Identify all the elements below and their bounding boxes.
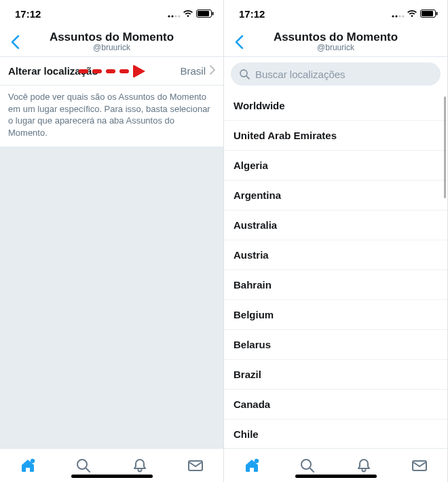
status-icons (168, 10, 214, 18)
home-icon (243, 457, 261, 475)
current-location-value: Brasil (180, 65, 206, 77)
svg-rect-6 (212, 12, 214, 16)
chevron-left-icon (234, 35, 244, 50)
battery-icon (420, 10, 438, 18)
battery-icon (196, 10, 214, 18)
help-text: Você pode ver quais são os Assuntos do M… (0, 86, 223, 147)
svg-rect-15 (422, 11, 433, 16)
location-item[interactable]: Worldwide (224, 91, 447, 121)
bell-icon (131, 457, 149, 475)
screen-change-location: 17:12 Assuntos do Momento @bruurick Alte… (0, 0, 224, 482)
signal-icon (392, 10, 404, 18)
search-icon (75, 457, 92, 475)
location-list[interactable]: WorldwideUnited Arab EmiratesAlgeriaArge… (224, 91, 447, 448)
search-icon (299, 457, 316, 475)
chevron-left-icon (10, 35, 20, 50)
scroll-indicator (444, 96, 446, 198)
location-item[interactable]: United Arab Emirates (224, 121, 447, 151)
location-item[interactable]: Brazil (224, 360, 447, 390)
mail-icon (411, 457, 428, 475)
location-item[interactable]: Belarus (224, 330, 447, 360)
mail-icon (187, 457, 204, 475)
home-indicator (295, 475, 377, 478)
header: Assuntos do Momento @bruurick (224, 27, 447, 57)
wifi-icon (407, 10, 417, 18)
location-item[interactable]: Austria (224, 240, 447, 270)
tab-home[interactable] (224, 449, 280, 482)
svg-point-12 (398, 15, 400, 17)
svg-point-19 (301, 460, 311, 469)
search-input[interactable] (255, 69, 432, 80)
screen-location-list: 17:12 Assuntos do Momento @bruurick Worl… (224, 0, 448, 482)
tab-messages[interactable] (392, 449, 447, 482)
page-subtitle: @bruurick (0, 43, 223, 52)
status-bar: 17:12 (224, 0, 447, 27)
svg-rect-16 (436, 12, 438, 16)
home-icon (19, 457, 37, 475)
svg-point-11 (395, 15, 397, 17)
change-location-label: Alterar localização (8, 65, 98, 77)
home-indicator (71, 475, 153, 478)
status-icons (392, 10, 438, 18)
svg-point-3 (178, 15, 180, 17)
search-icon (239, 69, 250, 79)
bell-icon (355, 457, 373, 475)
status-bar: 17:12 (0, 0, 223, 27)
page-title: Assuntos do Momento (0, 31, 223, 44)
chevron-right-icon (210, 65, 215, 77)
status-time: 17:12 (239, 8, 265, 20)
location-item[interactable]: Bahrain (224, 270, 447, 300)
svg-point-13 (402, 15, 404, 17)
content-area: Alterar localização Brasil Você pode ver… (0, 57, 223, 448)
location-item[interactable]: Algeria (224, 151, 447, 181)
location-item[interactable]: Argentina (224, 181, 447, 210)
tab-messages[interactable] (168, 449, 223, 482)
svg-point-1 (171, 15, 173, 17)
signal-icon (168, 10, 180, 18)
page-title: Assuntos do Momento (224, 31, 447, 44)
location-item[interactable]: Chile (224, 420, 447, 448)
search-field[interactable] (231, 62, 441, 86)
search-container (224, 57, 447, 91)
location-item[interactable]: Belgium (224, 300, 447, 330)
location-item[interactable]: Canada (224, 390, 447, 420)
svg-point-0 (168, 15, 170, 17)
header: Assuntos do Momento @bruurick (0, 27, 223, 57)
header-title-wrap: Assuntos do Momento @bruurick (224, 31, 447, 53)
header-title-wrap: Assuntos do Momento @bruurick (0, 31, 223, 53)
tab-home[interactable] (0, 449, 56, 482)
wifi-icon (183, 10, 193, 18)
svg-point-2 (174, 15, 176, 17)
back-button[interactable] (0, 27, 30, 57)
status-time: 17:12 (15, 8, 41, 20)
page-subtitle: @bruurick (224, 43, 447, 52)
location-item[interactable]: Australia (224, 210, 447, 240)
content-area: WorldwideUnited Arab EmiratesAlgeriaArge… (224, 57, 447, 448)
svg-point-8 (77, 460, 87, 469)
svg-point-18 (255, 458, 259, 462)
svg-point-7 (31, 458, 35, 462)
svg-rect-5 (198, 11, 209, 16)
change-location-row[interactable]: Alterar localização Brasil (0, 57, 223, 86)
svg-point-10 (392, 15, 394, 17)
back-button[interactable] (224, 27, 254, 57)
